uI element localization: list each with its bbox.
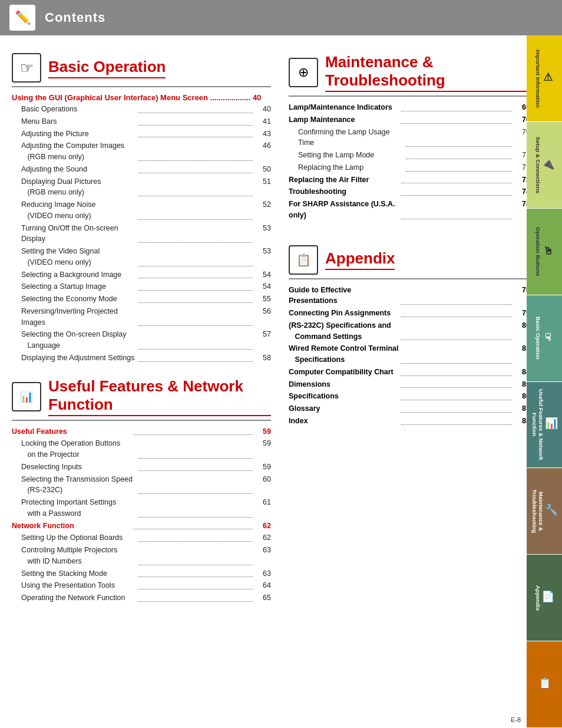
toc-entry: Selecting the Transmission Speed (RS-232… xyxy=(12,473,271,497)
appendix-divider xyxy=(289,278,530,279)
lifering-icon: ⊕ xyxy=(298,65,309,80)
toc-entry: Dimensions 85 xyxy=(289,378,530,391)
toc-entry: Using the Presentation Tools 64 xyxy=(12,579,271,592)
maint-icon: 🔧 xyxy=(544,503,557,516)
toc-entry: Wired Remote Control Terminal Specificat… xyxy=(289,342,530,366)
extra-icon: 📋 xyxy=(538,677,551,690)
basic-operation-divider xyxy=(12,86,271,87)
tab-maintenance[interactable]: 🔧 Maintenance & Troubleshooting xyxy=(527,468,562,555)
toc-entry: Useful Features 59 xyxy=(12,426,271,438)
left-column: ☞ Basic Operation Using the GUI (Graphic… xyxy=(12,47,283,610)
header-icon: ✏️ xyxy=(9,5,35,31)
appendix-header: 📋 Appendix xyxy=(289,245,530,275)
maintenance-title: Maintenance & Troubleshooting xyxy=(325,53,530,92)
tab-useful-features[interactable]: 📊 Useful Features & Network Function xyxy=(527,382,562,469)
toc-entry: Adjusting the Sound 50 xyxy=(12,163,271,176)
toc-entry: Basic Operations 40 xyxy=(12,103,271,116)
toc-entry: Displaying Dual Pictures (RGB menu only)… xyxy=(12,176,271,199)
toc-entry: Setting the Lamp Mode 71 xyxy=(289,149,530,162)
toc-entry: Selecting the Economy Mode 55 xyxy=(12,293,271,305)
tab-important-information[interactable]: ⚠ Important Information xyxy=(527,35,562,122)
tab-label-useful: Useful Features & Network Function xyxy=(531,386,545,465)
tab-setup-connections[interactable]: 🔌 Setup & Connections xyxy=(527,122,562,209)
header-bar: ✏️ Contents xyxy=(0,0,562,35)
useful-features-header: 📊 Useful Features & Network Function xyxy=(12,377,271,416)
toc-entry: Replacing the Air Filter 73 xyxy=(289,174,530,186)
hand-icon: ☞ xyxy=(20,59,34,77)
tab-label-maintenance: Maintenance & Troubleshooting xyxy=(531,472,545,551)
toc-entry: Lamp Maintenance 70 xyxy=(289,114,530,126)
basic-op-icon: ☞ xyxy=(541,332,554,342)
toc-entry: Controling Multiple Projectors with ID N… xyxy=(12,544,271,568)
basic-operation-toc: Using the GUI (Graphical User Interface)… xyxy=(12,93,271,364)
toc-entry: Displaying the Adjustment Settings 58 xyxy=(12,352,271,364)
tab-label-appendix: Appendix xyxy=(534,585,541,611)
toc-entry: Computer Compatibility Chart 84 xyxy=(289,366,530,378)
appendix-toc: Guide to Effective Presentations 75 Conn… xyxy=(289,284,530,427)
right-column: ⊕ Maintenance & Troubleshooting Lamp/Mai… xyxy=(283,47,530,610)
toc-entry: Turning On/Off the On-screen Display 53 xyxy=(12,222,271,246)
toc-entry: Specifications 86 xyxy=(289,390,530,403)
toc-entry: Selecting a Background Image 54 xyxy=(12,269,271,281)
toc-entry: Troubleshooting 74 xyxy=(289,186,530,198)
pages-icon: 📋 xyxy=(296,253,311,267)
toc-entry: Reducing Image Noise (VIDEO menu only) 5… xyxy=(12,199,271,222)
tab-label-setup: Setup & Connections xyxy=(534,137,541,193)
toc-entry: Protecting Important Settings with a Pas… xyxy=(12,496,271,520)
toc-entry: Selecting a Startup Image 54 xyxy=(12,281,271,293)
basic-operation-title: Basic Operation xyxy=(48,58,166,78)
toc-entry: Menu Bars 41 xyxy=(12,116,271,128)
maintenance-divider xyxy=(289,95,530,97)
toc-entry: For SHARP Assistance (U.S.A. only) 74 xyxy=(289,198,530,222)
header-icon-symbol: ✏️ xyxy=(15,10,31,25)
appendix-icon: 📋 xyxy=(289,245,318,275)
toc-entry: Deselecting Inputs 59 xyxy=(12,461,271,473)
basic-operation-header: ☞ Basic Operation xyxy=(12,53,271,83)
tab-label-basic-op: Basic Operation xyxy=(534,317,541,360)
toc-entry: Selecting the On-screen Display Language… xyxy=(12,328,271,352)
basic-operation-icon: ☞ xyxy=(12,53,41,83)
toc-entry: Operating the Network Function 65 xyxy=(12,592,271,604)
toc-entry: Confirming the Lamp Usage Time 70 xyxy=(289,126,530,150)
toc-entry: Connecting Pin Assignments 79 xyxy=(289,307,530,319)
toc-entry: Adjusting the Picture 43 xyxy=(12,128,271,140)
useful-features-title: Useful Features & Network Function xyxy=(48,377,271,416)
appendix-tab-icon: 📄 xyxy=(541,590,554,603)
maintenance-toc: Lamp/Maintenance Indicators 69 Lamp Main… xyxy=(289,101,530,222)
tab-label-operation: Operation Buttons xyxy=(535,227,541,276)
toc-entry: Guide to Effective Presentations 75 xyxy=(289,284,530,308)
toc-entry: (RS-232C) Specifications and Command Set… xyxy=(289,319,530,343)
tab-label-important: Important Information xyxy=(534,50,541,108)
tab-operation-buttons[interactable]: 🖱 Operation Buttons xyxy=(527,209,562,295)
toc-entry: Setting the Stacking Mode 63 xyxy=(12,568,271,580)
useful-features-toc: Useful Features 59 Locking the Operation… xyxy=(12,426,271,604)
chart-icon: 📊 xyxy=(20,390,33,403)
important-icon: ⚠ xyxy=(541,71,554,83)
appendix-title: Appendix xyxy=(325,249,395,270)
useful-features-divider xyxy=(12,420,271,421)
useful-icon: 📊 xyxy=(544,417,557,430)
gui-group-title: Using the GUI (Graphical User Interface)… xyxy=(12,93,271,102)
sidebar-tabs: ⚠ Important Information 🔌 Setup & Connec… xyxy=(527,35,562,728)
operation-icon: 🖱 xyxy=(541,245,554,256)
tab-extra[interactable]: 📋 xyxy=(527,641,562,728)
tab-appendix[interactable]: 📄 Appendix xyxy=(527,555,562,641)
toc-entry: Setting Up the Optional Boards 62 xyxy=(12,532,271,544)
toc-entry: Reversing/Inverting Projected Images 56 xyxy=(12,305,271,329)
maintenance-icon: ⊕ xyxy=(289,58,318,87)
tab-basic-operation[interactable]: ☞ Basic Operation xyxy=(527,295,562,382)
toc-entry: Replacing the Lamp 71 xyxy=(289,162,530,174)
toc-entry: Network Function 62 xyxy=(12,520,271,532)
toc-entry: Glossary 87 xyxy=(289,403,530,415)
page-number: E-8 xyxy=(511,716,521,723)
toc-entry: Adjusting the Computer Images (RGB menu … xyxy=(12,140,271,163)
toc-entry: Lamp/Maintenance Indicators 69 xyxy=(289,101,530,114)
useful-features-icon: 📊 xyxy=(12,382,41,411)
setup-icon: 🔌 xyxy=(541,157,554,170)
toc-entry: Index 88 xyxy=(289,415,530,427)
main-content: ☞ Basic Operation Using the GUI (Graphic… xyxy=(0,35,562,622)
toc-entry: Locking the Operation Buttons on the Pro… xyxy=(12,437,271,461)
toc-entry: Setting the Video Signal (VIDEO menu onl… xyxy=(12,245,271,269)
header-title: Contents xyxy=(45,10,105,25)
maintenance-header: ⊕ Maintenance & Troubleshooting xyxy=(289,53,530,92)
